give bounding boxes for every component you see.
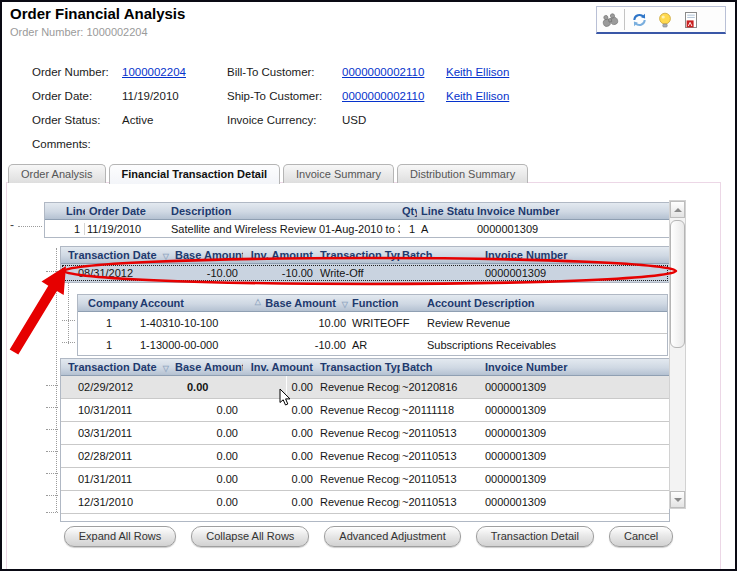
ship-to-label: Ship-To Customer: xyxy=(227,90,322,102)
tree-connector xyxy=(46,512,58,513)
cell-transaction-date: 02/28/2011 xyxy=(61,450,173,462)
cell-company: 1 xyxy=(78,339,138,351)
cell-account-description: Subscriptions Receivables xyxy=(425,339,667,351)
order-date-label: Order Date: xyxy=(32,90,92,102)
cell-batch: ~20110513 xyxy=(400,473,481,485)
writeoff-table-header[interactable]: Transaction Date▽ Base Amount Inv. Amoun… xyxy=(61,247,669,264)
cell-inv-amount: 0.00 xyxy=(243,381,315,393)
scroll-up-button[interactable] xyxy=(670,201,685,218)
transaction-table-header[interactable]: Transaction Date▽ Base Amount Inv. Amoun… xyxy=(61,359,669,376)
transaction-row[interactable]: 11/19/2010 60.00 60.00 Sales 2010111904 … xyxy=(61,513,669,522)
refresh-icon[interactable] xyxy=(626,9,652,30)
transaction-row[interactable]: 02/28/2011 0.00 0.00 Revenue Recognit ~2… xyxy=(61,444,669,467)
scroll-down-button[interactable] xyxy=(670,491,685,508)
distribution-table-header[interactable]: Company△ Account△ Base Amount▽ Function … xyxy=(78,295,667,312)
order-financial-analysis-window: Order Financial Analysis Order Number: 1… xyxy=(0,0,737,571)
tab-distribution-summary[interactable]: Distribution Summary xyxy=(397,164,528,183)
lightbulb-tip-icon[interactable] xyxy=(652,9,678,30)
cell-batch: ~20111118 xyxy=(400,404,481,416)
tree-connector xyxy=(46,429,58,430)
order-status-label: Order Status: xyxy=(32,114,100,126)
expand-all-rows-button[interactable]: Expand All Rows xyxy=(64,526,177,547)
ship-to-name-link[interactable]: Keith Ellison xyxy=(446,90,509,102)
tab-invoice-summary[interactable]: Invoice Summary xyxy=(283,164,394,183)
advanced-adjustment-button[interactable]: Advanced Adjustment xyxy=(324,526,460,547)
collapse-all-rows-button[interactable]: Collapse All Rows xyxy=(191,526,309,547)
col-base-amount: Base Amount xyxy=(173,361,243,373)
pdf-report-icon[interactable] xyxy=(678,9,704,30)
cell-transaction-type: Revenue Recognit xyxy=(315,404,400,416)
col-account: Account△ xyxy=(138,297,263,309)
col-transaction-date: Transaction Date▽ xyxy=(61,361,173,373)
cell-inv-amount: -10.00 xyxy=(243,267,315,279)
transaction-detail-button[interactable]: Transaction Detail xyxy=(476,526,594,547)
cell-base-amount: 0.00 xyxy=(173,496,243,508)
cell-transaction-date: 12/31/2010 xyxy=(61,496,173,508)
transaction-row[interactable]: 01/31/2011 0.00 0.00 Revenue Recognit ~2… xyxy=(61,467,669,490)
transaction-row[interactable]: 10/31/2011 0.00 0.00 Revenue Recognit ~2… xyxy=(61,398,669,421)
tab-financial-transaction-detail[interactable]: Financial Transaction Detail xyxy=(109,164,281,184)
cell-base-amount: -10.00 xyxy=(263,339,350,351)
transaction-row[interactable]: 03/31/2011 0.00 0.00 Revenue Recognit ~2… xyxy=(61,421,669,444)
cell-transaction-date: 02/29/2012 xyxy=(61,381,173,393)
toolbar-divider xyxy=(624,9,625,30)
cell-transaction-date: 08/31/2012 xyxy=(61,267,173,279)
cancel-button[interactable]: Cancel xyxy=(609,526,673,547)
tree-connector xyxy=(18,226,42,227)
tree-line xyxy=(68,282,69,344)
collapse-row-toggle[interactable]: - xyxy=(10,219,14,231)
cell-transaction-date: 03/31/2011 xyxy=(61,427,173,439)
cell-base-amount: 0.00 xyxy=(173,404,243,416)
order-line-row[interactable]: 1 11/19/2010 Satellite and Wireless Revi… xyxy=(45,220,669,237)
col-transaction-type: Transaction Typ xyxy=(315,249,400,261)
cell-order-date: 11/19/2010 xyxy=(85,223,170,235)
bill-to-label: Bill-To Customer: xyxy=(227,66,315,78)
cell-invoice-number: 0000001309 xyxy=(481,473,571,485)
bill-to-name-link[interactable]: Keith Ellison xyxy=(446,66,509,78)
order-line-table-header[interactable]: Line△ Order Date Description Qty Line St… xyxy=(45,203,669,220)
col-function: Function xyxy=(350,297,425,309)
order-number-link[interactable]: 1000002204 xyxy=(122,66,186,78)
sort-desc-icon: ▽ xyxy=(163,364,169,373)
bill-to-customer-number-link[interactable]: 000000000211 xyxy=(342,66,418,78)
cell-account: 1-13000-00-000 xyxy=(138,339,263,351)
cell-batch: ~20120816 xyxy=(400,381,481,393)
cell-batch: 2010111904 xyxy=(400,519,481,522)
tab-order-analysis[interactable]: Order Analysis xyxy=(8,164,106,183)
tree-connector xyxy=(46,495,58,496)
tree-connector xyxy=(62,320,75,321)
order-number-label: Order Number: xyxy=(32,66,109,78)
distribution-row[interactable]: 1 1-13000-00-000 -10.00 AR Subscriptions… xyxy=(78,333,667,355)
cell-inv-amount: 0.00 xyxy=(243,404,315,416)
cell-base-amount: 0.00 xyxy=(173,450,243,462)
scroll-down-icon xyxy=(674,498,682,502)
transaction-row-selected[interactable]: 02/29/2012 0.00 0.00 Revenue Recognit ~2… xyxy=(61,376,669,398)
writeoff-transaction-table: Transaction Date▽ Base Amount Inv. Amoun… xyxy=(60,246,670,283)
toolbar xyxy=(596,6,726,34)
cell-transaction-type: Revenue Recognit xyxy=(315,496,400,508)
tree-connector xyxy=(46,385,58,386)
scrollbar-thumb[interactable] xyxy=(670,220,685,348)
col-transaction-type: Transaction Typ xyxy=(315,361,400,373)
ship-to-suffix-link[interactable]: 0 xyxy=(418,90,424,102)
cell-base-amount: 10.00 xyxy=(263,317,350,329)
action-button-row: Expand All Rows Collapse All Rows Advanc… xyxy=(2,526,735,547)
cell-base-amount: 0.00 xyxy=(173,427,243,439)
writeoff-row-selected[interactable]: 08/31/2012 -10.00 -10.00 Write-Off 00000… xyxy=(61,264,669,282)
cell-batch: ~20110513 xyxy=(400,496,481,508)
ship-to-customer-number-link[interactable]: 000000000211 xyxy=(342,90,418,102)
cell-transaction-type: Sales xyxy=(315,519,400,522)
transaction-row[interactable]: 12/31/2010 0.00 0.00 Revenue Recognit ~2… xyxy=(61,490,669,513)
col-inv-amount: Inv. Amount xyxy=(243,249,315,261)
binoculars-search-icon[interactable] xyxy=(597,9,623,30)
col-order-date: Order Date xyxy=(85,205,170,217)
cell-base-amount-editing[interactable]: 0.00 xyxy=(173,381,243,393)
distribution-row[interactable]: 1 1-40310-10-100 10.00 WRITEOFF Review R… xyxy=(78,312,667,333)
cell-transaction-date: 11/19/2010 xyxy=(61,519,173,522)
distribution-table: Company△ Account△ Base Amount▽ Function … xyxy=(77,294,668,356)
cell-line-status: A xyxy=(417,223,475,235)
bill-to-suffix-link[interactable]: 0 xyxy=(418,66,424,78)
scroll-up-icon xyxy=(674,208,682,212)
vertical-scrollbar[interactable] xyxy=(669,200,686,509)
cell-function: WRITEOFF xyxy=(350,317,425,329)
